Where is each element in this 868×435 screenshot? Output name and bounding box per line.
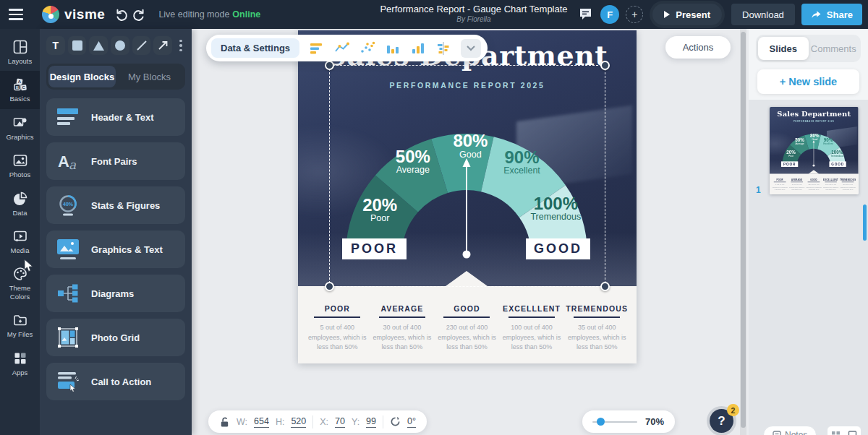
horizontal-bar-chart-icon[interactable] <box>309 40 325 56</box>
sidebar-item-basics[interactable]: ABC Basics <box>0 71 40 108</box>
gauge-label-good[interactable]: GOOD <box>526 238 590 259</box>
visme-logo[interactable]: visme <box>42 6 105 23</box>
more-tools-button[interactable] <box>176 40 185 52</box>
arrow-tool-button[interactable] <box>153 36 172 55</box>
sidebar-item-media[interactable]: Media <box>0 223 40 260</box>
width-value[interactable]: 654 <box>254 416 269 428</box>
stat-column-excellent[interactable]: EXCELLLENT100 out of 400 employees, whic… <box>501 304 563 363</box>
slide-stats-section[interactable]: POOR5 out of 400 employees, which is les… <box>298 286 637 363</box>
butterfly-chart-icon[interactable] <box>435 40 451 56</box>
stat-column-poor[interactable]: POOR5 out of 400 employees, which is les… <box>307 304 368 363</box>
chart-subtitle[interactable]: PERFORMANCE REPORT 2025 <box>298 81 637 90</box>
grid-view-icon[interactable] <box>831 431 841 435</box>
share-button[interactable]: Share <box>801 4 862 25</box>
photos-icon <box>13 153 27 168</box>
svg-text:A: A <box>17 80 21 85</box>
visme-logo-text: visme <box>64 7 105 22</box>
triangle-tool-button[interactable] <box>89 36 108 55</box>
graphics-text-icon <box>56 239 80 260</box>
hamburger-menu-icon[interactable] <box>0 9 32 20</box>
apps-icon <box>13 351 27 366</box>
slide-canvas[interactable]: Sales Department PERFORMANCE REPORT 2025… <box>298 30 637 363</box>
x-value[interactable]: 70 <box>335 416 345 428</box>
tab-slides[interactable]: Slides <box>758 37 809 60</box>
sidebar-item-apps[interactable]: Apps <box>0 345 40 382</box>
visme-logo-icon <box>42 6 59 23</box>
block-call-to-action[interactable]: Call to Action <box>46 363 185 400</box>
data-settings-button[interactable]: Data & Settings <box>211 38 299 58</box>
gauge-label-poor[interactable]: POOR <box>342 238 407 259</box>
svg-text:90%: 90% <box>504 147 539 167</box>
block-stats-figures[interactable]: 40% Stats & Figures <box>46 186 185 224</box>
sidebar-item-layouts[interactable]: Layouts <box>0 33 40 71</box>
actions-button[interactable]: Actions <box>665 36 731 59</box>
block-diagrams[interactable]: Diagrams <box>46 275 185 312</box>
text-tool-button[interactable]: T <box>46 36 65 55</box>
chart-toolbar: Data & Settings <box>206 35 488 61</box>
canvas-workspace: Sales Department PERFORMANCE REPORT 2025… <box>192 29 749 435</box>
notes-button[interactable]: Notes <box>763 426 817 435</box>
add-collaborator-button[interactable]: + <box>626 6 643 23</box>
tab-comments[interactable]: Comments <box>809 37 859 60</box>
stat-column-tremendous[interactable]: TREMENDOUS35 out of 400 employees, which… <box>566 304 628 363</box>
header-text-icon <box>56 108 80 126</box>
height-value[interactable]: 520 <box>291 416 306 428</box>
sidebar-item-my-files[interactable]: My Files <box>0 306 40 344</box>
resize-handle-bottom-left[interactable] <box>325 282 334 291</box>
svg-text:Excellent: Excellent <box>503 165 540 176</box>
bar-chart-icon[interactable] <box>385 40 401 56</box>
block-font-pairs[interactable]: Aa Font Pairs <box>46 142 185 180</box>
zoom-value[interactable]: 70% <box>645 416 664 427</box>
circle-tool-button[interactable] <box>111 36 129 55</box>
element-status-bar: W:654 H:520 X:70 Y:99 0° <box>208 410 427 433</box>
resize-handle-top-left[interactable] <box>325 61 334 70</box>
x-label: X: <box>320 417 328 427</box>
diagrams-icon <box>56 283 80 303</box>
slide-thumbnail[interactable]: Sales Department PERFORMANCE REPORT 2025… <box>770 107 859 194</box>
sidebar-item-data[interactable]: Data <box>0 185 40 223</box>
slides-scrollbar[interactable] <box>863 204 867 241</box>
document-title[interactable]: Performance Report - Gauge Chart Templat… <box>380 4 567 14</box>
mouse-cursor <box>24 259 35 273</box>
line-chart-icon[interactable] <box>334 40 350 56</box>
y-value[interactable]: 99 <box>366 416 376 428</box>
y-label: Y: <box>352 417 359 427</box>
square-tool-button[interactable] <box>68 36 87 55</box>
block-header-text[interactable]: Header & Text <box>46 98 185 136</box>
column-chart-icon[interactable] <box>410 40 426 56</box>
block-graphics-text[interactable]: Graphics & Text <box>46 231 185 268</box>
sidebar-item-graphics[interactable]: Graphics <box>0 109 40 147</box>
block-photo-grid[interactable]: Photo Grid <box>46 319 185 356</box>
slide-hero-section[interactable]: Sales Department PERFORMANCE REPORT 2025… <box>298 30 637 286</box>
present-button[interactable]: Present <box>652 4 722 25</box>
line-tool-button[interactable] <box>132 36 151 55</box>
zoom-slider[interactable] <box>592 421 637 423</box>
undo-icon[interactable] <box>114 7 128 22</box>
comments-icon[interactable] <box>578 7 594 22</box>
svg-text:Tremendous: Tremendous <box>530 212 581 222</box>
tab-design-blocks[interactable]: Design Blocks <box>48 66 116 87</box>
download-button[interactable]: Download <box>731 4 795 25</box>
svg-text:50%: 50% <box>396 147 430 166</box>
canvas-scrollbar[interactable] <box>740 29 746 435</box>
stat-column-good[interactable]: GOOD230 out of 400 employees, which is l… <box>436 304 498 363</box>
stat-column-average[interactable]: AVERAGE30 out of 400 employees, which is… <box>372 304 433 363</box>
rotate-icon[interactable] <box>390 416 401 427</box>
canvas-scrollbar-thumb[interactable] <box>741 32 746 428</box>
zoom-slider-handle[interactable] <box>597 418 605 426</box>
sidebar-item-photos[interactable]: Photos <box>0 147 40 184</box>
resize-handle-top-right[interactable] <box>600 61 610 70</box>
rotation-value[interactable]: 0° <box>407 416 416 428</box>
new-slide-button[interactable]: + New slide <box>757 69 859 94</box>
unlock-icon[interactable] <box>219 416 230 428</box>
graphics-icon <box>13 116 27 130</box>
scatter-plot-icon[interactable] <box>359 40 375 56</box>
single-view-icon[interactable] <box>848 431 857 435</box>
redo-icon[interactable] <box>132 7 147 22</box>
chart-types-dropdown[interactable] <box>461 39 481 58</box>
resize-handle-bottom-right[interactable] <box>600 282 610 291</box>
user-avatar[interactable]: F <box>600 5 619 24</box>
my-files-icon <box>13 313 27 327</box>
data-icon <box>13 191 27 206</box>
tab-my-blocks[interactable]: My Blocks <box>116 66 183 87</box>
